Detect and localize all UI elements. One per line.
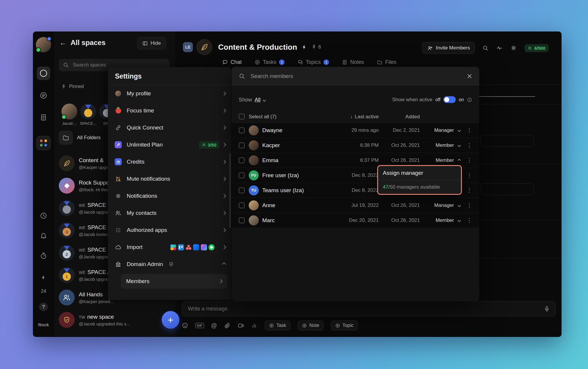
- member-avatar: TU: [249, 185, 259, 195]
- people-icon: [202, 143, 206, 147]
- create-topic-button[interactable]: Topic: [331, 320, 358, 330]
- add-space-button[interactable]: +: [162, 311, 179, 329]
- settings-item-focus-time[interactable]: Focus time: [108, 102, 231, 119]
- tab-topics[interactable]: Topics1: [298, 59, 329, 65]
- tab-files[interactable]: Files: [377, 59, 396, 65]
- space-avatar-medal: 3: [59, 222, 75, 238]
- settings-scrollbar[interactable]: [229, 153, 231, 228]
- settings-item-import[interactable]: Import: [108, 239, 231, 256]
- member-row[interactable]: Kacper 6:38 PM Oct 26, 2021 Member ⋮: [232, 138, 479, 153]
- pinned-section-label: Pinned: [61, 84, 84, 89]
- row-checkbox[interactable]: [239, 217, 245, 223]
- emoji-icon[interactable]: [182, 322, 188, 329]
- chat-bubble-icon: [222, 59, 228, 65]
- active-space-palette-tile[interactable]: [36, 136, 51, 150]
- settings-item-authorized-apps[interactable]: Authorized apps: [108, 222, 231, 239]
- notes-icon: [342, 59, 348, 65]
- settings-item-credits[interactable]: Credits: [108, 153, 231, 170]
- info-icon[interactable]: [467, 97, 472, 102]
- member-capacity-badge[interactable]: 6/500: [524, 44, 549, 52]
- gif-icon[interactable]: GIF: [195, 323, 204, 328]
- quick-action-bolt-icon[interactable]: [301, 44, 307, 50]
- chevron-right-icon: [222, 245, 226, 249]
- tab-chat[interactable]: Chat: [222, 59, 242, 65]
- desktop-background: 24 ? Rock ← All spaces Hide Pinned Jacob…: [0, 0, 588, 369]
- workspace-logo-tile[interactable]: [37, 67, 50, 80]
- settings-item-notifications[interactable]: Notifications: [108, 187, 231, 205]
- user-avatar[interactable]: [36, 37, 51, 52]
- row-checkbox[interactable]: [239, 157, 245, 163]
- kebab-menu-icon[interactable]: ⋮: [467, 127, 472, 134]
- invite-members-button[interactable]: Invite Members: [422, 42, 475, 54]
- mention-icon[interactable]: @: [211, 322, 217, 329]
- gear-icon[interactable]: [510, 45, 517, 51]
- kebab-menu-icon[interactable]: ⋮: [467, 202, 472, 209]
- attachment-icon[interactable]: [224, 322, 230, 329]
- settings-item-quick-connect[interactable]: Quick Connect: [108, 119, 231, 136]
- row-checkbox[interactable]: [239, 127, 245, 133]
- members-list-header: Select all (7) ↓Last active Added: [232, 111, 479, 123]
- microphone-icon[interactable]: [544, 305, 550, 312]
- shield-check-icon: [168, 262, 174, 267]
- role-dropdown[interactable]: Manager: [434, 198, 454, 213]
- focus-timer-icon[interactable]: [40, 252, 47, 260]
- role-dropdown[interactable]: Member: [436, 213, 454, 228]
- poll-chart-icon[interactable]: [251, 323, 258, 329]
- member-row[interactable]: Marc Dec 20, 2021 Oct 26, 2021 Member ⋮: [232, 213, 479, 228]
- video-icon[interactable]: [238, 322, 244, 329]
- space-header-avatar[interactable]: [196, 39, 212, 55]
- settings-item-mute-notifications[interactable]: Mute notifications: [108, 170, 231, 187]
- role-dropdown[interactable]: Member: [436, 138, 454, 153]
- assign-manager-option[interactable]: Assign manager: [378, 166, 461, 180]
- pinned-space[interactable]: Jacob'...: [61, 104, 78, 126]
- kebab-menu-icon[interactable]: ⋮: [467, 172, 472, 179]
- role-dropdown[interactable]: Manager: [434, 123, 454, 138]
- select-all-checkbox[interactable]: [239, 114, 245, 119]
- online-status-dot: [61, 114, 66, 119]
- row-checkbox[interactable]: [239, 172, 245, 178]
- settings-item-domain-admin[interactable]: Domain Admin: [108, 256, 231, 273]
- show-filter-dropdown[interactable]: Show All: [239, 97, 265, 103]
- space-list-item[interactable]: TWnew space@Jacob upgraded this s...: [54, 309, 175, 331]
- settings-submenu-members[interactable]: Members: [121, 274, 227, 289]
- tab-notes[interactable]: Notes: [342, 59, 364, 65]
- kebab-menu-icon[interactable]: ⋮: [467, 187, 472, 194]
- grid-icon: [114, 227, 122, 233]
- members-search-input[interactable]: [250, 73, 462, 80]
- threads-icon[interactable]: [40, 92, 48, 99]
- settings-item-my-profile[interactable]: My profile: [108, 85, 231, 102]
- lightning-icon[interactable]: [41, 275, 46, 280]
- active-toggle-switch[interactable]: [443, 96, 456, 103]
- bell-icon[interactable]: [40, 232, 47, 239]
- pinned-messages-indicator[interactable]: 6: [311, 44, 321, 50]
- pinned-space[interactable]: SPACE...: [79, 104, 97, 126]
- back-arrow-icon[interactable]: ←: [59, 39, 66, 47]
- sort-last-active[interactable]: ↓Last active: [329, 114, 379, 120]
- tab-tasks[interactable]: Tasks1: [255, 59, 285, 65]
- create-task-button[interactable]: Task: [265, 320, 290, 330]
- workspace-badge[interactable]: LE: [183, 42, 193, 52]
- member-row[interactable]: Dwayne 29 mins ago Dec 2, 2021 Manager ⋮: [232, 123, 479, 138]
- notes-rail-icon[interactable]: [40, 114, 47, 121]
- message-input[interactable]: [187, 305, 540, 312]
- help-button[interactable]: ?: [39, 302, 48, 311]
- create-note-button[interactable]: Note: [298, 320, 324, 330]
- settings-item-unlimited-plan[interactable]: Unlimited Plan 3/50: [108, 136, 231, 153]
- member-row[interactable]: Anne Jul 19, 2022 Oct 26, 2021 Manager ⋮: [232, 198, 479, 213]
- close-icon[interactable]: [467, 74, 472, 79]
- plus-circle-icon: [302, 323, 307, 328]
- row-checkbox[interactable]: [239, 202, 245, 208]
- history-icon[interactable]: [40, 212, 47, 220]
- row-checkbox[interactable]: [239, 187, 245, 193]
- chevron-up-icon: [222, 262, 226, 266]
- settings-item-my-contacts[interactable]: My contacts: [108, 205, 231, 222]
- kebab-menu-icon[interactable]: ⋮: [467, 217, 472, 224]
- kebab-menu-icon[interactable]: ⋮: [467, 142, 472, 149]
- all-folders-item[interactable]: All Folders: [59, 131, 101, 145]
- search-icon[interactable]: [482, 45, 489, 51]
- activity-pulse-icon[interactable]: [496, 45, 503, 51]
- hide-sidebar-button[interactable]: Hide: [137, 37, 166, 49]
- kebab-menu-icon[interactable]: ⋮: [467, 157, 472, 164]
- space-title: Content & Production: [218, 43, 297, 52]
- row-checkbox[interactable]: [239, 142, 245, 148]
